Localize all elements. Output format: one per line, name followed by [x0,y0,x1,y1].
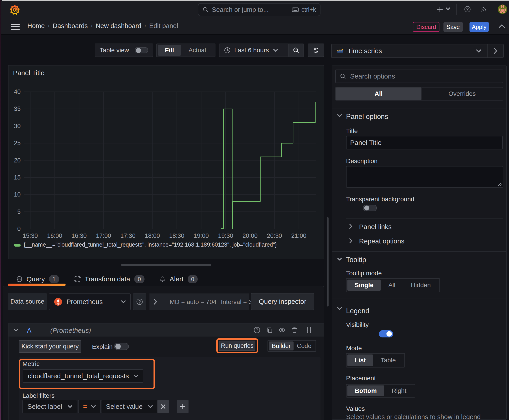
svg-text:20: 20 [14,157,21,164]
svg-text:0: 0 [17,225,21,232]
svg-text:18:30: 18:30 [169,232,184,239]
svg-text:{__name__="cloudflared_tunnel_: {__name__="cloudflared_tunnel_total_requ… [23,241,277,248]
svg-text:21:00: 21:00 [291,232,307,239]
svg-text:18:00: 18:00 [145,232,160,239]
svg-text:16:00: 16:00 [47,232,62,239]
svg-text:15:30: 15:30 [23,232,38,239]
svg-text:16:30: 16:30 [72,232,87,239]
svg-text:15: 15 [14,174,21,181]
svg-text:10: 10 [14,191,21,198]
svg-text:5: 5 [17,209,21,215]
svg-text:20:30: 20:30 [267,232,282,239]
svg-text:25: 25 [14,140,21,147]
svg-text:20:00: 20:00 [242,232,258,239]
svg-text:19:00: 19:00 [194,232,209,239]
svg-text:17:30: 17:30 [120,232,136,239]
svg-text:40: 40 [14,88,21,95]
svg-text:35: 35 [14,105,21,112]
svg-text:19:30: 19:30 [218,232,233,239]
svg-text:30: 30 [14,123,21,129]
svg-text:17:00: 17:00 [96,232,111,239]
